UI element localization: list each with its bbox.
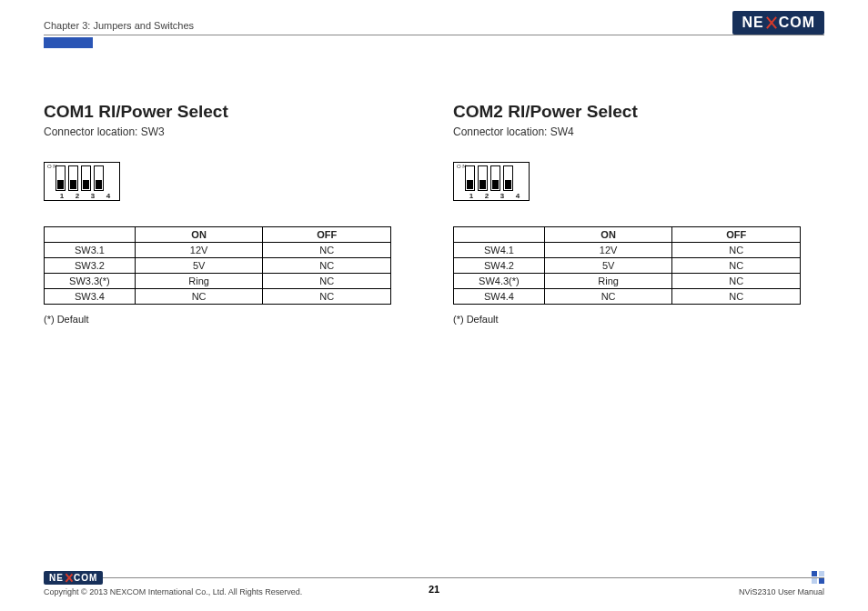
dip-slot-1 — [465, 165, 475, 191]
th-blank — [45, 227, 136, 243]
footer-squares-icon — [812, 571, 824, 584]
table-row: SW4.1 12V NC — [454, 243, 801, 258]
cell: 5V — [544, 258, 672, 274]
footer-right: NViS2310 User Manual — [739, 571, 824, 596]
th-off: OFF — [672, 227, 801, 243]
dip-num: 3 — [86, 192, 99, 200]
dip-num: 3 — [496, 192, 509, 200]
dip-numbers: 1 2 3 4 — [465, 192, 526, 200]
switch-table-sw3: ON OFF SW3.1 12V NC SW3.2 5V NC SW3.3(*)… — [44, 226, 391, 305]
section-com2: COM2 RI/Power Select Connector location:… — [453, 102, 817, 325]
dip-slot-4 — [503, 165, 513, 191]
dip-num: 1 — [56, 192, 68, 200]
cell: 5V — [135, 258, 263, 274]
switch-table-sw4: ON OFF SW4.1 12V NC SW4.2 5V NC SW4.3(*)… — [453, 226, 801, 305]
table-head-row: ON OFF — [45, 227, 391, 243]
table-row: SW4.3(*) Ring NC — [454, 274, 801, 289]
page-header: Chapter 3: Jumpers and Switches — [44, 20, 824, 40]
cell: SW4.4 — [454, 289, 545, 305]
cell: NC — [263, 258, 391, 274]
th-blank — [454, 227, 545, 243]
dip-numbers: 1 2 3 4 — [56, 192, 116, 200]
dip-num: 2 — [480, 192, 493, 200]
cell: NC — [263, 243, 391, 258]
cell: SW4.1 — [454, 243, 545, 258]
page-footer: NECOM Copyright © 2013 NEXCOM Internatio… — [44, 571, 824, 596]
cell: NC — [263, 274, 391, 289]
cell: Ring — [135, 274, 263, 289]
dip-knob — [70, 180, 76, 189]
dip-num: 2 — [71, 192, 84, 200]
cell: SW3.1 — [45, 243, 136, 258]
page: Chapter 3: Jumpers and Switches NECOM CO… — [0, 0, 868, 611]
dip-knob — [492, 180, 499, 189]
default-note: (*) Default — [44, 314, 408, 325]
th-on: ON — [544, 227, 672, 243]
cell: 12V — [544, 243, 672, 258]
x-icon — [765, 16, 778, 29]
dip-num: 4 — [102, 192, 115, 200]
table-row: SW3.1 12V NC — [45, 243, 391, 258]
section-title: COM2 RI/Power Select — [453, 102, 817, 122]
doc-title: NViS2310 User Manual — [739, 587, 824, 596]
dip-slot-2 — [68, 165, 78, 191]
dip-knob — [467, 180, 473, 189]
section-subtitle: Connector location: SW3 — [44, 125, 408, 138]
brand-logo-top: NECOM — [732, 11, 824, 35]
dip-knob — [479, 180, 486, 189]
cell: SW4.3(*) — [454, 274, 545, 289]
brand-logo-bottom: NECOM — [44, 571, 302, 585]
dip-slot-1 — [56, 165, 66, 191]
dip-switch-sw4: O N 1 2 3 4 — [453, 162, 530, 201]
cell: NC — [672, 289, 801, 305]
cell: SW3.3(*) — [45, 274, 136, 289]
footer-left: NECOM Copyright © 2013 NEXCOM Internatio… — [44, 571, 302, 596]
dip-switch-sw3: O N 1 2 3 4 — [44, 162, 120, 201]
cell: 12V — [135, 243, 263, 258]
cell: SW3.2 — [45, 258, 136, 274]
cell: NC — [672, 274, 801, 289]
section-com1: COM1 RI/Power Select Connector location:… — [44, 102, 408, 325]
dip-slot-2 — [478, 165, 488, 191]
cell: NC — [544, 289, 672, 305]
dip-slots — [465, 165, 526, 191]
dip-slots — [56, 165, 116, 191]
th-off: OFF — [263, 227, 391, 243]
x-icon — [65, 574, 73, 582]
header-rule — [44, 35, 824, 35]
table-row: SW3.2 5V NC — [45, 258, 391, 274]
table-head-row: ON OFF — [454, 227, 801, 243]
section-title: COM1 RI/Power Select — [44, 102, 408, 122]
dip-knob — [57, 180, 64, 189]
cell: SW3.4 — [45, 289, 136, 305]
dip-knob — [83, 180, 89, 189]
dip-body: O N 1 2 3 4 — [44, 162, 120, 201]
nexcom-logo-icon: NECOM — [44, 571, 103, 585]
header-accent-tab — [44, 37, 93, 48]
th-on: ON — [135, 227, 263, 243]
dip-body: O N 1 2 3 4 — [453, 162, 530, 201]
dip-knob — [96, 180, 102, 189]
copyright-text: Copyright © 2013 NEXCOM International Co… — [44, 587, 302, 596]
default-note: (*) Default — [453, 314, 817, 325]
cell: NC — [672, 258, 801, 274]
nexcom-logo-icon: NECOM — [732, 11, 824, 35]
table-row: SW3.3(*) Ring NC — [45, 274, 391, 289]
table-row: SW4.2 5V NC — [454, 258, 801, 274]
cell: NC — [135, 289, 263, 305]
dip-num: 1 — [465, 192, 478, 200]
dip-slot-4 — [94, 165, 104, 191]
dip-slot-3 — [490, 165, 500, 191]
dip-knob — [505, 180, 511, 189]
table-row: SW4.4 NC NC — [454, 289, 801, 305]
section-subtitle: Connector location: SW4 — [453, 125, 817, 138]
cell: NC — [263, 289, 391, 305]
table-row: SW3.4 NC NC — [45, 289, 391, 305]
dip-slot-3 — [81, 165, 91, 191]
cell: Ring — [544, 274, 672, 289]
cell: SW4.2 — [454, 258, 545, 274]
dip-num: 4 — [511, 192, 524, 200]
chapter-title: Chapter 3: Jumpers and Switches — [44, 20, 824, 31]
cell: NC — [672, 243, 801, 258]
